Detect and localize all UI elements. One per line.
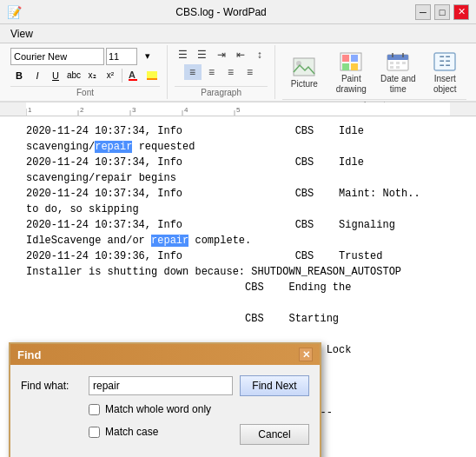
- match-whole-word-label: Match whole word only: [105, 403, 211, 415]
- match-whole-word-row: Match whole word only: [89, 403, 309, 415]
- list2-button[interactable]: ☰: [194, 47, 211, 63]
- subscript-button[interactable]: x₂: [83, 67, 101, 84]
- font-selectors: ▾ B I U abc x₂ x² A: [10, 48, 161, 84]
- menu-view[interactable]: View: [3, 26, 40, 42]
- svg-rect-10: [351, 63, 358, 70]
- insert-object-icon: ☷: [433, 50, 457, 74]
- match-case-row: Match case: [89, 426, 158, 438]
- svg-text:3: 3: [132, 106, 136, 114]
- paragraph-controls: ☰ ☰ ⇥ ⇤ ↕ ≡ ≡ ≡ ≡: [175, 47, 268, 84]
- align-center-button[interactable]: ≡: [203, 64, 221, 80]
- indent-button[interactable]: ⇥: [213, 47, 230, 63]
- repair-text-2: repair: [95, 172, 132, 184]
- date-time-button[interactable]: Date and time: [376, 47, 420, 97]
- picture-label: Picture: [291, 79, 318, 89]
- log-line-5: to do, so skipping: [26, 202, 450, 217]
- svg-text:2: 2: [80, 106, 84, 114]
- outdent-button[interactable]: ⇤: [232, 47, 249, 63]
- log-line-2: 2020-11-24 10:37:34, Info CBS Idle: [26, 155, 450, 170]
- list-button[interactable]: ☰: [175, 47, 192, 63]
- app-icon: 📝: [7, 5, 22, 19]
- font-name-input[interactable]: [10, 48, 104, 65]
- log-line-1: scavenging/repair requested: [26, 139, 450, 155]
- log-line-4: 2020-11-24 10:37:34, Info CBS Maint: Not…: [26, 186, 450, 202]
- strikethrough-button[interactable]: abc: [65, 67, 83, 84]
- ruler: 1 2 3 4 5: [0, 103, 476, 116]
- line-spacing-button[interactable]: ↕: [251, 47, 268, 63]
- case-and-cancel-row: Match case Cancel: [89, 424, 309, 445]
- cancel-button[interactable]: Cancel: [240, 424, 309, 445]
- close-button[interactable]: ✕: [453, 4, 469, 20]
- find-next-button[interactable]: Find Next: [240, 375, 309, 396]
- find-dialog-body: Find what: Find Next Match whole word on…: [10, 365, 320, 457]
- svg-rect-15: [390, 62, 393, 64]
- svg-rect-12: [387, 55, 408, 60]
- svg-text:☷: ☷: [439, 54, 451, 69]
- paint-icon: [339, 50, 363, 74]
- highlight-repair-1: repair: [95, 141, 132, 153]
- ruler-inner: 1 2 3 4 5: [26, 103, 450, 116]
- svg-rect-7: [342, 55, 349, 62]
- superscript-button[interactable]: x²: [102, 67, 119, 84]
- highlight-button[interactable]: [143, 67, 161, 84]
- find-close-icon: ✕: [302, 349, 310, 361]
- app-window: 📝 CBS.log - WordPad ─ □ ✕ View ▾: [0, 0, 476, 457]
- svg-rect-9: [342, 63, 349, 70]
- find-options: Match whole word only Match case Cancel: [89, 403, 309, 445]
- insert-obj-label: Insert object: [433, 74, 457, 95]
- log-line-3: scavenging/repair begins: [26, 170, 450, 186]
- find-dialog: Find ✕ Find what: Find Next Match whole …: [9, 342, 321, 457]
- svg-rect-2: [147, 71, 157, 78]
- find-what-input[interactable]: [89, 376, 233, 395]
- paragraph-section-label: Paragraph: [175, 86, 268, 97]
- window-controls: ─ □ ✕: [415, 4, 469, 20]
- svg-rect-8: [351, 55, 358, 62]
- minimize-button[interactable]: ─: [415, 4, 431, 20]
- log-line-11: [26, 295, 450, 311]
- underline-button[interactable]: U: [47, 67, 64, 84]
- svg-text:5: 5: [236, 106, 241, 114]
- align-left-button[interactable]: ≡: [184, 64, 202, 80]
- svg-rect-16: [396, 62, 400, 64]
- find-what-row: Find what: Find Next: [21, 375, 309, 396]
- picture-button[interactable]: Picture: [282, 52, 326, 92]
- separator: [122, 69, 122, 83]
- italic-button[interactable]: I: [29, 67, 46, 84]
- font-color-button[interactable]: A: [125, 67, 142, 84]
- match-case-checkbox[interactable]: [89, 427, 100, 438]
- svg-rect-17: [402, 62, 406, 64]
- log-line-0: 2020-11-24 10:37:34, Info CBS Idle: [26, 123, 450, 139]
- find-dialog-title-bar: Find ✕: [10, 344, 320, 365]
- font-format-row: B I U abc x₂ x² A: [10, 67, 161, 84]
- align-right-button[interactable]: ≡: [222, 64, 240, 80]
- font-color-icon: A: [128, 69, 140, 83]
- ribbon-font-controls: ▾ B I U abc x₂ x² A: [10, 47, 160, 84]
- log-line-6: 2020-11-24 10:37:34, Info CBS Signaling: [26, 217, 450, 233]
- log-line-9: Installer is shutting down because: SHUT…: [26, 264, 450, 280]
- ribbon-insert-section: Picture Paint drawing: [275, 45, 473, 99]
- bold-button[interactable]: B: [10, 67, 28, 84]
- justify-button[interactable]: ≡: [241, 64, 259, 80]
- find-what-label: Find what:: [21, 380, 82, 392]
- svg-text:A: A: [129, 70, 136, 80]
- font-size-input[interactable]: [106, 48, 137, 65]
- match-whole-word-checkbox[interactable]: [89, 404, 100, 415]
- find-dialog-close-button[interactable]: ✕: [299, 348, 313, 361]
- date-icon: [386, 50, 410, 74]
- ruler-svg: 1 2 3 4 5: [26, 103, 450, 116]
- insert-buttons: Picture Paint drawing: [282, 47, 466, 97]
- match-case-label: Match case: [105, 426, 158, 438]
- insert-object-button[interactable]: ☷ Insert object: [423, 47, 466, 97]
- svg-rect-1: [129, 79, 137, 81]
- paragraph-row2: ≡ ≡ ≡ ≡: [184, 64, 259, 80]
- font-section-label: Font: [10, 86, 160, 97]
- window-title: CBS.log - WordPad: [27, 6, 415, 18]
- ribbon-paragraph-section: ☰ ☰ ⇥ ⇤ ↕ ≡ ≡ ≡ ≡ Paragraph: [168, 45, 275, 99]
- maximize-button[interactable]: □: [434, 4, 450, 20]
- font-size-dropdown[interactable]: ▾: [139, 48, 156, 65]
- paint-drawing-button[interactable]: Paint drawing: [329, 47, 373, 97]
- highlight-icon: [146, 69, 158, 83]
- insert-section-inner: Picture Paint drawing: [282, 47, 466, 97]
- title-bar: 📝 CBS.log - WordPad ─ □ ✕: [0, 0, 476, 24]
- log-line-8: 2020-11-24 10:39:36, Info CBS Trusted: [26, 248, 450, 264]
